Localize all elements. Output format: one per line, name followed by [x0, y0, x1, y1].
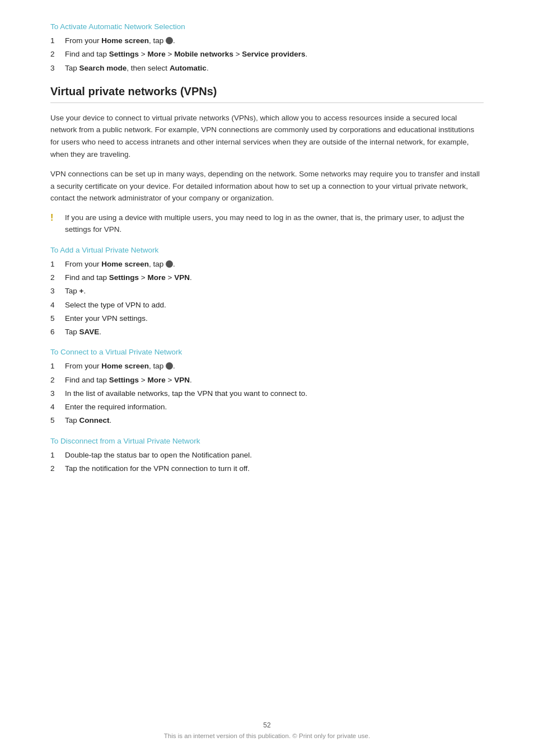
step-num: 2: [50, 272, 59, 283]
step-text: Select the type of VPN to add.: [65, 300, 166, 311]
step-3: 3 Tap +.: [50, 286, 484, 297]
disconnect-vpn-section: To Disconnect from a Virtual Private Net…: [50, 437, 484, 475]
step-5: 5 Enter your VPN settings.: [50, 313, 484, 324]
step-num: 3: [50, 388, 59, 399]
step-text: Find and tap Settings > More > VPN.: [65, 375, 192, 386]
activate-auto-network-section: To Activate Automatic Network Selection …: [50, 22, 484, 74]
note-icon: !: [50, 213, 59, 223]
note-block: ! If you are using a device with multipl…: [50, 212, 484, 236]
step-4: 4 Enter the required information.: [50, 402, 484, 413]
step-num: 1: [50, 259, 59, 270]
step-2: 2 Find and tap Settings > More > VPN.: [50, 375, 484, 386]
apps-icon: [166, 37, 173, 44]
step-num: 4: [50, 402, 59, 413]
step-num: 5: [50, 313, 59, 324]
page-number: 52: [0, 721, 534, 729]
disconnect-vpn-steps: 1 Double-tap the status bar to open the …: [50, 450, 484, 475]
chapter-intro-2: VPN connections can be set up in many wa…: [50, 168, 484, 204]
step-num: 3: [50, 63, 59, 74]
step-num: 1: [50, 450, 59, 461]
step-text: Tap +.: [65, 286, 86, 297]
step-num: 5: [50, 415, 59, 426]
note-text: If you are using a device with multiple …: [65, 212, 484, 236]
step-num: 1: [50, 35, 59, 46]
step-num: 1: [50, 361, 59, 372]
step-num: 2: [50, 49, 59, 60]
step-text: From your Home screen, tap .: [65, 259, 175, 270]
activate-auto-network-steps: 1 From your Home screen, tap . 2 Find an…: [50, 35, 484, 74]
step-5: 5 Tap Connect.: [50, 415, 484, 426]
chapter-intro-1: Use your device to connect to virtual pr…: [50, 112, 484, 160]
step-1: 1 From your Home screen, tap .: [50, 259, 484, 270]
step-num: 4: [50, 300, 59, 311]
step-text: Tap the notification for the VPN connect…: [65, 463, 250, 474]
step-text: In the list of available networks, tap t…: [65, 388, 307, 399]
step-3: 3 Tap Search mode, then select Automatic…: [50, 63, 484, 74]
step-text: Enter your VPN settings.: [65, 313, 148, 324]
apps-icon: [166, 260, 173, 268]
step-text: From your Home screen, tap .: [65, 35, 175, 46]
step-num: 3: [50, 286, 59, 297]
step-1: 1 From your Home screen, tap .: [50, 361, 484, 372]
connect-vpn-steps: 1 From your Home screen, tap . 2 Find an…: [50, 361, 484, 426]
step-1: 1 Double-tap the status bar to open the …: [50, 450, 484, 461]
step-4: 4 Select the type of VPN to add.: [50, 300, 484, 311]
step-2: 2 Find and tap Settings > More > Mobile …: [50, 49, 484, 60]
step-text: From your Home screen, tap .: [65, 361, 175, 372]
step-1: 1 From your Home screen, tap .: [50, 35, 484, 46]
step-text: Find and tap Settings > More > VPN.: [65, 272, 192, 283]
add-vpn-steps: 1 From your Home screen, tap . 2 Find an…: [50, 259, 484, 338]
step-num: 2: [50, 375, 59, 386]
apps-icon: [166, 362, 173, 370]
step-text: Double-tap the status bar to open the No…: [65, 450, 252, 461]
step-text: Find and tap Settings > More > Mobile ne…: [65, 49, 307, 60]
step-6: 6 Tap SAVE.: [50, 326, 484, 338]
page-footer: 52 This is an internet version of this p…: [0, 721, 534, 739]
step-text: Enter the required information.: [65, 402, 167, 413]
connect-vpn-heading: To Connect to a Virtual Private Network: [50, 348, 484, 356]
step-3: 3 In the list of available networks, tap…: [50, 388, 484, 399]
step-text: Tap Search mode, then select Automatic.: [65, 63, 209, 74]
step-2: 2 Tap the notification for the VPN conne…: [50, 463, 484, 474]
activate-auto-network-heading: To Activate Automatic Network Selection: [50, 22, 484, 31]
add-vpn-heading: To Add a Virtual Private Network: [50, 246, 484, 254]
connect-vpn-section: To Connect to a Virtual Private Network …: [50, 348, 484, 426]
step-2: 2 Find and tap Settings > More > VPN.: [50, 272, 484, 283]
disconnect-vpn-heading: To Disconnect from a Virtual Private Net…: [50, 437, 484, 445]
step-text: Tap SAVE.: [65, 326, 101, 338]
page: To Activate Automatic Network Selection …: [0, 0, 534, 756]
footer-note: This is an internet version of this publ…: [0, 732, 534, 739]
step-num: 2: [50, 463, 59, 474]
add-vpn-section: To Add a Virtual Private Network 1 From …: [50, 246, 484, 338]
step-text: Tap Connect.: [65, 415, 111, 426]
step-num: 6: [50, 326, 59, 338]
chapter-title: Virtual private networks (VPNs): [50, 85, 484, 103]
